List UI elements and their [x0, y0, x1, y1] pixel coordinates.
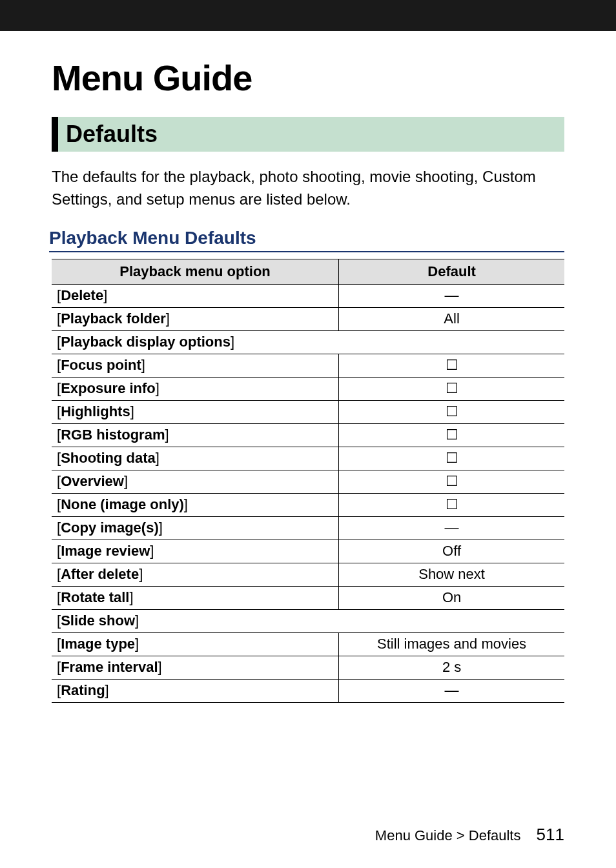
table-row: [Rotate tall]On	[52, 586, 564, 609]
section-header: Defaults	[52, 117, 564, 152]
option-label: Playback display options	[61, 334, 231, 350]
default-cell: Off	[339, 540, 564, 563]
table-row: [Copy image(s)]—	[52, 516, 564, 540]
option-label: Delete	[61, 287, 103, 303]
top-bar	[0, 0, 616, 31]
option-label: Playback folder	[61, 310, 166, 327]
table-row: [Image review]Off	[52, 540, 564, 563]
option-label: Shooting data	[61, 450, 156, 466]
default-cell: —	[339, 284, 564, 307]
bracket-close: ]	[124, 473, 128, 489]
option-label: Rating	[61, 682, 105, 698]
option-cell: [Rotate tall]	[52, 586, 339, 609]
bracket-close: ]	[130, 403, 134, 419]
default-cell: 2 s	[339, 656, 564, 679]
default-cell: ☐	[339, 400, 564, 423]
table-row: [Highlights]☐	[52, 400, 564, 423]
page-footer: Menu Guide > Defaults 511	[375, 825, 564, 845]
bracket-close: ]	[135, 636, 139, 652]
option-label: Frame interval	[61, 659, 158, 675]
default-cell: Show next	[339, 563, 564, 586]
table-row: [Delete]—	[52, 284, 564, 307]
option-cell: [Frame interval]	[52, 656, 339, 679]
bracket-close: ]	[165, 427, 169, 443]
bracket-close: ]	[156, 380, 159, 396]
table-subheader: Playback Menu Defaults	[49, 228, 564, 252]
page-number: 511	[537, 825, 564, 844]
default-cell: —	[339, 679, 564, 702]
option-label: Exposure info	[61, 380, 156, 396]
table-row: [Focus point]☐	[52, 354, 564, 377]
option-label: After delete	[61, 566, 139, 582]
table-row: [Rating]—	[52, 679, 564, 702]
option-label: Overview	[61, 473, 124, 489]
table-row: [Shooting data]☐	[52, 447, 564, 470]
option-cell: [Image review]	[52, 540, 339, 563]
option-cell: [Focus point]	[52, 354, 339, 377]
table-row: [Image type]Still images and movies	[52, 632, 564, 656]
option-cell: [Playback folder]	[52, 307, 339, 330]
bracket-close: ]	[135, 612, 139, 629]
default-cell: ☐	[339, 447, 564, 470]
option-label: None (image only)	[61, 496, 184, 512]
table-row: [After delete]Show next	[52, 563, 564, 586]
default-cell: Still images and movies	[339, 632, 564, 656]
table-row: [Slide show]	[52, 609, 564, 632]
table-row: [Exposure info]☐	[52, 377, 564, 400]
table-header-row: Playback menu option Default	[52, 259, 564, 284]
option-cell: [Image type]	[52, 632, 339, 656]
option-label: Image type	[61, 636, 135, 652]
default-cell: All	[339, 307, 564, 330]
option-cell: [Shooting data]	[52, 447, 339, 470]
header-default: Default	[339, 259, 564, 284]
option-cell: [Delete]	[52, 284, 339, 307]
bracket-close: ]	[105, 682, 109, 698]
option-label: RGB histogram	[61, 427, 165, 443]
option-label: Image review	[61, 543, 150, 559]
bracket-close: ]	[150, 543, 154, 559]
default-cell: ☐	[339, 377, 564, 400]
breadcrumb: Menu Guide > Defaults	[375, 827, 521, 843]
bracket-close: ]	[158, 659, 162, 675]
option-label: Highlights	[61, 403, 130, 419]
option-cell: [None (image only)]	[52, 493, 339, 516]
header-option: Playback menu option	[52, 259, 339, 284]
default-cell: On	[339, 586, 564, 609]
option-cell: [Highlights]	[52, 400, 339, 423]
option-cell: [Rating]	[52, 679, 339, 702]
intro-paragraph: The defaults for the playback, photo sho…	[52, 166, 564, 211]
default-cell: ☐	[339, 470, 564, 493]
bracket-close: ]	[141, 357, 145, 373]
option-cell: [Copy image(s)]	[52, 516, 339, 540]
page-title: Menu Guide	[52, 57, 564, 99]
option-label: Slide show	[61, 612, 135, 629]
option-cell: [RGB histogram]	[52, 423, 339, 447]
bracket-close: ]	[184, 496, 188, 512]
table-row: [Frame interval]2 s	[52, 656, 564, 679]
option-cell: [Slide show]	[52, 609, 564, 632]
page-content: Menu Guide Defaults The defaults for the…	[0, 31, 616, 868]
option-label: Rotate tall	[61, 589, 129, 605]
default-cell: ☐	[339, 354, 564, 377]
defaults-table: Playback menu option Default [Delete]—[P…	[52, 259, 564, 703]
default-cell: ☐	[339, 423, 564, 447]
bracket-close: ]	[156, 450, 159, 466]
option-label: Focus point	[61, 357, 141, 373]
bracket-close: ]	[139, 566, 143, 582]
default-cell: ☐	[339, 493, 564, 516]
table-row: [Playback display options]	[52, 330, 564, 354]
default-cell: —	[339, 516, 564, 540]
bracket-close: ]	[166, 310, 170, 327]
option-cell: [Playback display options]	[52, 330, 564, 354]
option-cell: [Overview]	[52, 470, 339, 493]
bracket-close: ]	[129, 589, 133, 605]
bracket-close: ]	[159, 520, 163, 536]
bracket-close: ]	[231, 334, 234, 350]
option-cell: [Exposure info]	[52, 377, 339, 400]
bracket-close: ]	[103, 287, 107, 303]
table-row: [Playback folder]All	[52, 307, 564, 330]
table-row: [Overview]☐	[52, 470, 564, 493]
option-label: Copy image(s)	[61, 520, 159, 536]
table-row: [None (image only)]☐	[52, 493, 564, 516]
option-cell: [After delete]	[52, 563, 339, 586]
